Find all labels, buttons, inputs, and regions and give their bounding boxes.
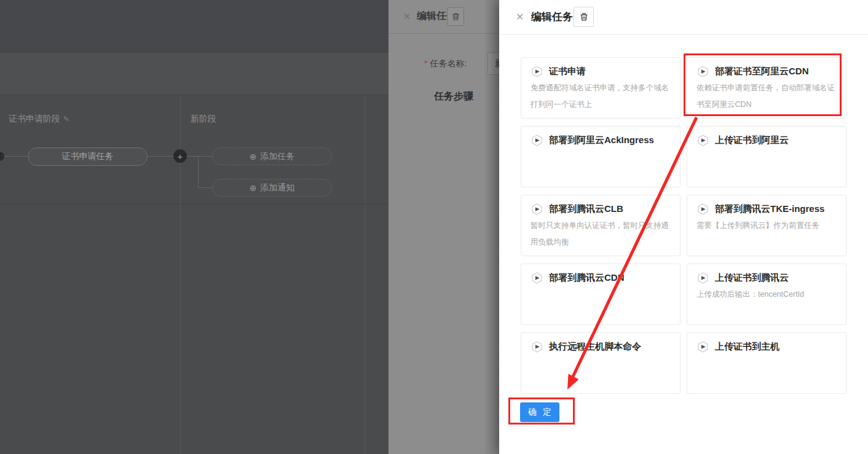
task-card-grid: 证书申请 免费通配符域名证书申请，支持多个域名打到同一个证书上 部署证书至阿里云… [521, 57, 846, 394]
task-card[interactable]: 部署到腾讯云CLB 暂时只支持单向认证证书，暂时只支持通用负载均衡 [521, 195, 681, 256]
task-card-title: 上传证书到阿里云 [715, 135, 789, 146]
task-type-icon [531, 272, 543, 284]
task-card-title: 部署到腾讯云CDN [549, 272, 625, 284]
edit-task-drawer-dimmed: ✕ 编辑任务 *任务名称: 新 任务步骤 [389, 0, 499, 454]
task-type-icon [531, 203, 543, 216]
task-card-description: 上传成功后输出：tencentCertId [696, 286, 837, 303]
task-type-icon [531, 340, 543, 353]
dim-drawer-header: ✕ 编辑任务 [389, 0, 499, 34]
stage-label-cert-apply: 证书申请阶段✎ [9, 114, 69, 125]
task-card-title: 上传证书到主机 [715, 341, 779, 353]
task-type-icon [696, 134, 709, 147]
task-card-title: 部署到腾讯云TKE-ingress [715, 203, 824, 215]
task-card[interactable]: 上传证书到阿里云 [687, 126, 846, 187]
trash-icon [451, 12, 460, 22]
task-card-title: 执行远程主机脚本命令 [549, 341, 641, 353]
task-name-label: *任务名称: [424, 58, 467, 69]
task-type-icon [531, 134, 543, 147]
confirm-button[interactable]: 确 定 [520, 402, 559, 422]
connector-line [148, 156, 173, 157]
trash-icon [579, 12, 589, 22]
task-card[interactable]: 部署到腾讯云TKE-ingress 需要【上传到腾讯云】作为前置任务 [687, 195, 846, 256]
task-card[interactable]: 证书申请 免费通配符域名证书申请，支持多个域名打到同一个证书上 [521, 57, 681, 119]
drawer-header: ✕ 编辑任务 [499, 0, 868, 35]
edit-icon: ✎ [63, 115, 69, 123]
task-card-description: 免费通配符域名证书申请，支持多个域名打到同一个证书上 [531, 80, 671, 113]
task-card[interactable]: 部署证书至阿里云CDN 依赖证书申请前置任务，自动部署域名证书至阿里云CDN [687, 57, 846, 119]
task-card-description: 依赖证书申请前置任务，自动部署域名证书至阿里云CDN [696, 80, 837, 113]
required-mark: * [424, 58, 427, 68]
add-task-button[interactable]: ⊕ 添加任务 [212, 147, 332, 165]
app-root: 证书申请阶段✎ 新阶段 证书申请任务 + ⊕ 添加任务 ⊕ 添加通知 ✕ 编辑任… [0, 0, 868, 454]
connector-line [198, 187, 212, 188]
delete-task-button[interactable] [447, 7, 464, 26]
task-type-icon [696, 65, 709, 78]
circle-plus-icon: ⊕ [250, 184, 257, 192]
task-steps-heading: 任务步骤 [434, 90, 473, 103]
drawer-shadow [483, 0, 499, 454]
close-icon[interactable]: ✕ [516, 11, 524, 23]
connector-line [187, 156, 212, 157]
task-card[interactable]: 上传证书到主机 [687, 332, 846, 394]
close-icon[interactable]: ✕ [403, 11, 411, 22]
task-card-description: 暂时只支持单向认证证书，暂时只支持通用负载均衡 [531, 217, 671, 251]
task-card[interactable]: 上传证书到腾讯云 上传成功后输出：tencentCertId [687, 264, 846, 325]
circle-plus-icon: ⊕ [250, 152, 257, 161]
task-card-description: 需要【上传到腾讯云】作为前置任务 [696, 217, 837, 234]
task-card-title: 部署到腾讯云CLB [549, 203, 623, 215]
task-type-icon [696, 272, 709, 284]
add-stage-plus-button[interactable]: + [173, 149, 187, 163]
task-card-title: 证书申请 [549, 66, 586, 77]
task-type-icon [531, 65, 543, 78]
task-card[interactable]: 部署到阿里云AckIngress [521, 126, 681, 187]
stage-label-new: 新阶段 [191, 114, 216, 125]
connector-line [4, 156, 28, 157]
task-card-title: 部署到阿里云AckIngress [549, 135, 654, 146]
stage-divider [365, 96, 365, 454]
task-card[interactable]: 执行远程主机脚本命令 [521, 332, 681, 394]
task-type-icon [696, 203, 709, 216]
task-card-title: 上传证书到腾讯云 [715, 272, 789, 284]
task-node-cert-apply[interactable]: 证书申请任务 [28, 147, 148, 166]
task-card[interactable]: 部署到腾讯云CDN [521, 264, 681, 325]
add-notification-button[interactable]: ⊕ 添加通知 [212, 179, 332, 197]
drawer-title: 编辑任务 [531, 10, 573, 24]
task-card-title: 部署证书至阿里云CDN [715, 66, 809, 77]
connector-line [198, 156, 199, 187]
edit-task-drawer: ✕ 编辑任务 证书申请 免费通配符域名证书申请，支持多个域名打到同一个证书上 部… [499, 0, 868, 454]
task-type-icon [696, 340, 709, 353]
delete-task-button[interactable] [574, 7, 594, 27]
